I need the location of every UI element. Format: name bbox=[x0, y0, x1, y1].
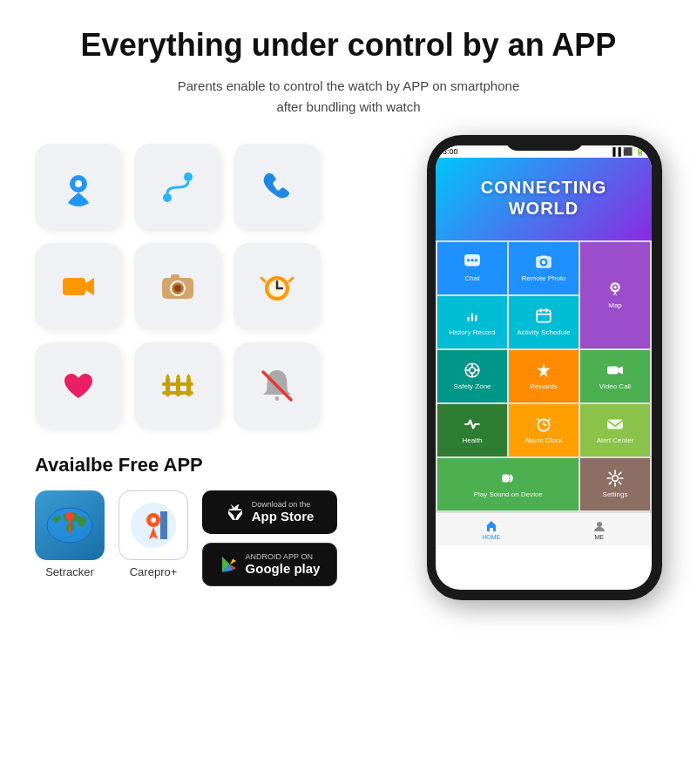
icons-grid bbox=[35, 144, 409, 429]
tile-chat[interactable]: Chat bbox=[437, 242, 507, 294]
tile-remote-photo[interactable]: Remote Photo bbox=[509, 242, 579, 294]
subtitle: Parents enable to control the watch by A… bbox=[35, 76, 662, 118]
svg-marker-20 bbox=[176, 374, 180, 377]
appstore-text: Download on the App Store bbox=[252, 501, 315, 524]
tile-alarm-label: Alarm Clock bbox=[524, 436, 562, 445]
carepro-icon bbox=[118, 490, 188, 560]
phone-mockup: 3:00 ▐▐ ⬛ 🔋 CONNECTINGWORLD bbox=[427, 135, 662, 600]
tile-alert-label: Alert Center bbox=[597, 436, 634, 445]
svg-point-1 bbox=[75, 180, 82, 187]
svg-rect-23 bbox=[275, 396, 279, 401]
icon-location bbox=[35, 144, 122, 231]
svg-point-65 bbox=[612, 476, 619, 482]
left-side: Avaialbe Free APP bbox=[35, 144, 409, 586]
icon-alarm bbox=[233, 243, 321, 330]
icon-video bbox=[35, 243, 122, 330]
bottom-nav: HOME ME bbox=[436, 512, 652, 545]
svg-point-2 bbox=[163, 193, 172, 202]
icon-fence bbox=[134, 342, 221, 429]
svg-rect-64 bbox=[502, 475, 509, 483]
svg-point-9 bbox=[174, 285, 181, 292]
tile-map[interactable]: Map bbox=[580, 242, 650, 348]
tile-activity-label: Activity Schedule bbox=[518, 328, 571, 337]
app-carepro: Carepro+ bbox=[118, 490, 188, 578]
svg-point-51 bbox=[470, 368, 476, 374]
tile-health[interactable]: Health bbox=[437, 404, 507, 456]
icon-heart bbox=[35, 342, 122, 429]
svg-line-61 bbox=[537, 419, 538, 421]
svg-rect-5 bbox=[63, 278, 85, 295]
tile-settings[interactable]: Settings bbox=[580, 458, 650, 510]
tile-video-call-label: Video Call bbox=[599, 382, 631, 391]
icon-bell-off bbox=[233, 342, 321, 429]
tile-rewards-label: Rewards bbox=[530, 382, 558, 391]
svg-rect-17 bbox=[166, 377, 170, 396]
svg-rect-56 bbox=[607, 367, 618, 375]
svg-point-30 bbox=[151, 517, 156, 523]
svg-rect-19 bbox=[176, 377, 180, 396]
tile-settings-label: Settings bbox=[603, 490, 628, 499]
tile-map-label: Map bbox=[608, 301, 622, 310]
tile-alarm[interactable]: Alarm Clock bbox=[509, 404, 579, 456]
setracker-label: Setracker bbox=[45, 565, 94, 578]
svg-marker-22 bbox=[186, 374, 191, 377]
tile-health-label: Health bbox=[462, 436, 482, 445]
icon-route bbox=[134, 144, 221, 231]
setracker-icon bbox=[35, 490, 105, 560]
carepro-label: Carepro+ bbox=[130, 565, 178, 578]
svg-point-27 bbox=[65, 512, 74, 521]
page: Everything under control by an APP Paren… bbox=[0, 0, 697, 626]
svg-rect-63 bbox=[607, 420, 623, 429]
icon-phone bbox=[233, 144, 321, 231]
svg-point-38 bbox=[470, 260, 473, 262]
store-buttons: Download on the App Store A bbox=[202, 490, 337, 586]
tile-video-call[interactable]: Video Call bbox=[580, 350, 650, 402]
svg-marker-57 bbox=[618, 367, 623, 375]
tile-alert[interactable]: Alert Center bbox=[580, 404, 650, 456]
main-title: Everything under control by an APP bbox=[35, 26, 662, 64]
app-header-title: CONNECTINGWORLD bbox=[481, 177, 606, 219]
status-icons: ▐▐ ⬛ 🔋 bbox=[610, 147, 645, 156]
tile-safety-label: Safety Zone bbox=[453, 382, 491, 391]
svg-point-37 bbox=[467, 260, 470, 262]
svg-rect-46 bbox=[537, 311, 551, 322]
phone-notch bbox=[505, 135, 584, 151]
svg-point-45 bbox=[613, 287, 616, 289]
svg-point-39 bbox=[475, 260, 477, 262]
apps-row: Setracker bbox=[35, 490, 409, 586]
tile-history[interactable]: History Record bbox=[437, 296, 507, 348]
content-area: Avaialbe Free APP bbox=[35, 144, 662, 600]
svg-rect-10 bbox=[171, 274, 179, 280]
phone-outer: 3:00 ▐▐ ⬛ 🔋 CONNECTINGWORLD bbox=[427, 135, 662, 600]
tile-rewards[interactable]: Rewards bbox=[509, 350, 579, 402]
svg-point-42 bbox=[542, 260, 545, 264]
svg-line-62 bbox=[549, 419, 551, 421]
nav-me-label: ME bbox=[595, 534, 605, 540]
svg-point-66 bbox=[597, 522, 602, 527]
available-label: Avaialbe Free APP bbox=[35, 454, 409, 476]
app-header: CONNECTINGWORLD bbox=[436, 158, 652, 240]
svg-rect-43 bbox=[541, 256, 547, 259]
nav-home-label: HOME bbox=[482, 534, 500, 540]
googleplay-text: ANDROID APP ON Google play bbox=[246, 553, 321, 577]
tile-safety[interactable]: Safety Zone bbox=[437, 350, 507, 402]
tile-activity[interactable]: Activity Schedule bbox=[509, 296, 579, 348]
phone-screen: 3:00 ▐▐ ⬛ 🔋 CONNECTINGWORLD bbox=[436, 145, 652, 590]
tile-history-label: History Record bbox=[450, 328, 496, 337]
appstore-button[interactable]: Download on the App Store bbox=[202, 490, 337, 534]
nav-home[interactable]: HOME bbox=[482, 520, 500, 540]
nav-me[interactable]: ME bbox=[593, 520, 606, 540]
svg-rect-31 bbox=[160, 511, 167, 539]
svg-marker-6 bbox=[85, 278, 94, 295]
svg-rect-21 bbox=[186, 377, 191, 396]
tile-play-sound[interactable]: Play Sound on Device bbox=[437, 458, 579, 510]
tile-play-sound-label: Play Sound on Device bbox=[474, 490, 543, 499]
app-setracker: Setracker bbox=[35, 490, 105, 578]
googleplay-button[interactable]: ANDROID APP ON Google play bbox=[202, 543, 337, 586]
tile-remote-photo-label: Remote Photo bbox=[521, 274, 565, 283]
svg-marker-18 bbox=[166, 374, 170, 377]
svg-marker-33 bbox=[230, 559, 236, 565]
icon-camera bbox=[134, 243, 221, 330]
time: 3:00 bbox=[443, 147, 458, 156]
tile-chat-label: Chat bbox=[465, 274, 480, 283]
